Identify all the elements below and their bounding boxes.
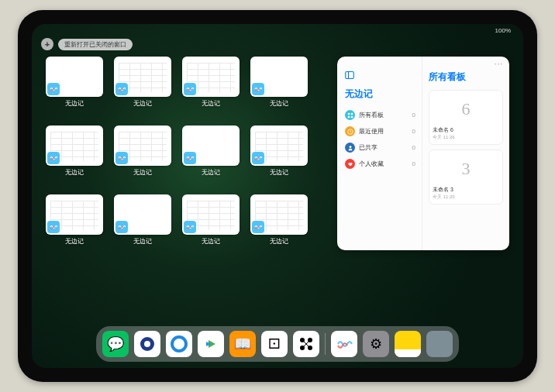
svg-point-7 xyxy=(349,146,351,148)
panel-content: 所有看板 6未命名 6今天 11:263未命名 3今天 11:25 xyxy=(422,57,509,250)
dock-app-browser2[interactable] xyxy=(166,331,192,357)
freeform-app-icon xyxy=(115,152,128,164)
svg-point-9 xyxy=(144,341,150,347)
thumbnail-label: 无边记 xyxy=(133,237,152,246)
side-panel: ··· 无边记 所有看板0最近使用0已共享0个人收藏0 所有看板 6未命名 6今… xyxy=(337,57,509,250)
thumbnail-label: 无边记 xyxy=(65,237,84,246)
thumbnail-label: 无边记 xyxy=(65,168,84,177)
new-window-button[interactable]: + xyxy=(41,38,53,50)
thumbnail-preview xyxy=(46,126,103,166)
sidebar-item-count: 0 xyxy=(412,112,415,119)
window-thumbnail[interactable]: 无边记 xyxy=(250,57,308,118)
board-name: 未命名 3 xyxy=(433,186,453,194)
window-thumbnail[interactable]: 无边记 xyxy=(114,126,171,187)
board-time: 今天 11:26 xyxy=(433,134,455,141)
thumbnail-label: 无边记 xyxy=(270,237,288,246)
svg-rect-3 xyxy=(350,112,352,114)
dock-app-wechat[interactable]: 💬 xyxy=(102,331,129,357)
dock-app-video[interactable] xyxy=(198,331,224,357)
thumbnail-preview xyxy=(182,194,240,235)
dock-app-books[interactable]: 📖 xyxy=(229,331,256,357)
dock-app-settings[interactable]: ⚙ xyxy=(363,331,389,357)
dock-app-freeform[interactable] xyxy=(331,331,357,357)
dock-app-notes[interactable] xyxy=(395,331,421,357)
panel-sidebar: 无边记 所有看板0最近使用0已共享0个人收藏0 xyxy=(337,57,422,250)
thumbnail-preview xyxy=(182,57,240,97)
thumbnail-preview xyxy=(250,126,308,166)
window-grid: 无边记无边记无边记无边记无边记无边记无边记无边记无边记无边记无边记无边记 xyxy=(46,57,328,325)
sidebar-item-count: 0 xyxy=(412,128,415,135)
person-icon xyxy=(345,143,355,153)
thumbnail-preview xyxy=(114,126,171,166)
thumbnail-label: 无边记 xyxy=(133,99,152,108)
freeform-app-icon xyxy=(184,221,196,233)
dock-app-connect[interactable] xyxy=(293,331,319,357)
window-thumbnail[interactable]: 无边记 xyxy=(46,57,103,118)
thumbnail-label: 无边记 xyxy=(133,168,152,177)
sidebar-toggle-icon[interactable] xyxy=(345,70,354,80)
thumbnail-preview xyxy=(114,57,171,97)
svg-rect-2 xyxy=(347,112,349,114)
dock-app-browser1[interactable] xyxy=(134,331,160,357)
board-card[interactable]: 3未命名 3今天 11:25 xyxy=(429,150,503,205)
thumbnail-preview xyxy=(250,57,308,97)
sidebar-item-count: 0 xyxy=(412,160,415,167)
sidebar-item-label: 所有看板 xyxy=(359,111,384,119)
sidebar-item-label: 已共享 xyxy=(359,143,377,152)
board-time: 今天 11:25 xyxy=(433,194,455,201)
sidebar-item-square-grid[interactable]: 所有看板0 xyxy=(345,107,415,123)
freeform-app-icon xyxy=(115,221,128,233)
board-thumbnail: 3 xyxy=(447,153,484,184)
thumbnail-label: 无边记 xyxy=(270,99,288,108)
freeform-app-icon xyxy=(184,83,196,95)
window-thumbnail[interactable]: 无边记 xyxy=(250,194,308,256)
sidebar-item-label: 最近使用 xyxy=(359,127,384,136)
panel-app-title: 无边记 xyxy=(345,88,415,101)
freeform-app-icon xyxy=(252,152,264,164)
freeform-app-icon xyxy=(47,152,60,164)
board-thumbnail: 6 xyxy=(447,94,484,125)
thumbnail-preview xyxy=(46,194,103,235)
svg-rect-0 xyxy=(346,72,354,79)
window-thumbnail[interactable]: 无边记 xyxy=(46,126,103,187)
square-grid-icon xyxy=(345,110,355,120)
window-thumbnail[interactable]: 无边记 xyxy=(114,57,171,118)
thumbnail-label: 无边记 xyxy=(202,168,220,177)
ipad-frame: 100% + 重新打开已关闭的窗口 无边记无边记无边记无边记无边记无边记无边记无… xyxy=(18,10,537,382)
window-thumbnail[interactable]: 无边记 xyxy=(46,194,103,256)
freeform-app-icon xyxy=(184,152,196,164)
thumbnail-preview xyxy=(46,57,103,97)
sidebar-item-heart[interactable]: 个人收藏0 xyxy=(345,156,415,172)
sidebar-item-clock[interactable]: 最近使用0 xyxy=(345,123,415,139)
window-thumbnail[interactable]: 无边记 xyxy=(182,126,240,187)
freeform-app-icon xyxy=(47,83,60,95)
thumbnail-preview xyxy=(182,126,240,166)
thumbnail-label: 无边记 xyxy=(270,168,288,177)
dock-app-dice[interactable]: ⚀ xyxy=(261,331,288,357)
screen: 100% + 重新打开已关闭的窗口 无边记无边记无边记无边记无边记无边记无边记无… xyxy=(32,24,523,368)
thumbnail-preview xyxy=(114,194,171,235)
board-name: 未命名 6 xyxy=(433,126,453,134)
dock-app-library[interactable] xyxy=(426,331,453,357)
clock-icon xyxy=(345,126,355,136)
status-bar: 100% xyxy=(32,27,523,38)
sidebar-item-person[interactable]: 已共享0 xyxy=(345,139,415,156)
window-thumbnail[interactable]: 无边记 xyxy=(182,57,240,118)
panel-more-button[interactable]: ··· xyxy=(495,60,503,68)
board-card[interactable]: 6未命名 6今天 11:26 xyxy=(429,90,503,145)
dock-separator xyxy=(325,333,326,355)
thumbnail-preview xyxy=(250,194,308,235)
freeform-app-icon xyxy=(252,221,264,233)
panel-section-title: 所有看板 xyxy=(429,70,503,84)
thumbnail-label: 无边记 xyxy=(202,99,220,108)
window-thumbnail[interactable]: 无边记 xyxy=(114,194,171,256)
battery-text: 100% xyxy=(495,27,511,38)
svg-rect-5 xyxy=(350,115,352,117)
reopen-closed-button[interactable]: 重新打开已关闭的窗口 xyxy=(58,39,133,50)
freeform-app-icon xyxy=(115,83,128,95)
freeform-app-icon xyxy=(252,83,264,95)
window-thumbnail[interactable]: 无边记 xyxy=(182,194,240,256)
window-thumbnail[interactable]: 无边记 xyxy=(250,126,308,187)
sidebar-item-label: 个人收藏 xyxy=(359,160,384,168)
heart-icon xyxy=(345,159,355,169)
